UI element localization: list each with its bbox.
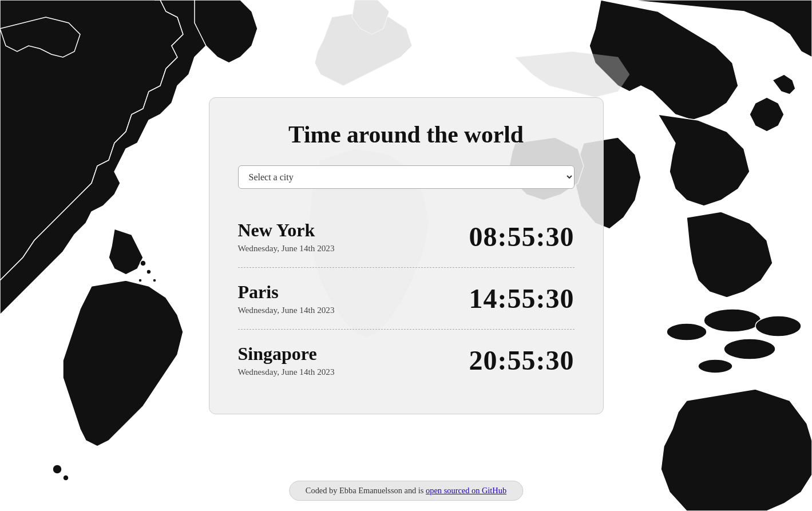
city-time: 08:55:30 bbox=[469, 221, 575, 252]
github-link[interactable]: open sourced on GitHub bbox=[426, 486, 506, 495]
svg-point-7 bbox=[755, 316, 801, 336]
city-select[interactable]: Select a city New York London Paris Toky… bbox=[238, 165, 575, 189]
city-time: 20:55:30 bbox=[469, 344, 575, 376]
city-info: ParisWednesday, June 14th 2023 bbox=[238, 282, 335, 315]
svg-point-6 bbox=[704, 309, 761, 332]
city-row: SingaporeWednesday, June 14th 202320:55:… bbox=[238, 330, 575, 391]
city-time: 14:55:30 bbox=[469, 283, 575, 314]
city-name: New York bbox=[238, 220, 335, 241]
city-info: New YorkWednesday, June 14th 2023 bbox=[238, 220, 335, 253]
city-date: Wednesday, June 14th 2023 bbox=[238, 243, 335, 253]
footer-text-before-link: Coded by Ebba Emanuelsson and is bbox=[306, 486, 426, 495]
svg-point-10 bbox=[698, 359, 732, 373]
footer: Coded by Ebba Emanuelsson and is open so… bbox=[289, 481, 523, 501]
city-date: Wednesday, June 14th 2023 bbox=[238, 305, 335, 315]
svg-point-0 bbox=[140, 260, 146, 266]
svg-point-4 bbox=[53, 465, 62, 474]
city-row: ParisWednesday, June 14th 202314:55:30 bbox=[238, 268, 575, 330]
city-info: SingaporeWednesday, June 14th 2023 bbox=[238, 343, 335, 377]
city-row: New YorkWednesday, June 14th 202308:55:3… bbox=[238, 206, 575, 268]
svg-point-1 bbox=[146, 270, 151, 274]
city-date: Wednesday, June 14th 2023 bbox=[238, 367, 335, 377]
city-rows-container: New YorkWednesday, June 14th 202308:55:3… bbox=[238, 206, 575, 391]
city-name: Paris bbox=[238, 282, 335, 303]
city-select-wrapper: Select a city New York London Paris Toky… bbox=[238, 165, 575, 189]
svg-point-5 bbox=[63, 475, 69, 481]
city-name: Singapore bbox=[238, 343, 335, 365]
main-card: Time around the world Select a city New … bbox=[209, 97, 604, 414]
svg-point-2 bbox=[153, 279, 156, 282]
svg-point-8 bbox=[667, 323, 707, 340]
svg-point-3 bbox=[138, 279, 142, 282]
page-title: Time around the world bbox=[238, 121, 575, 148]
svg-point-9 bbox=[724, 339, 775, 359]
